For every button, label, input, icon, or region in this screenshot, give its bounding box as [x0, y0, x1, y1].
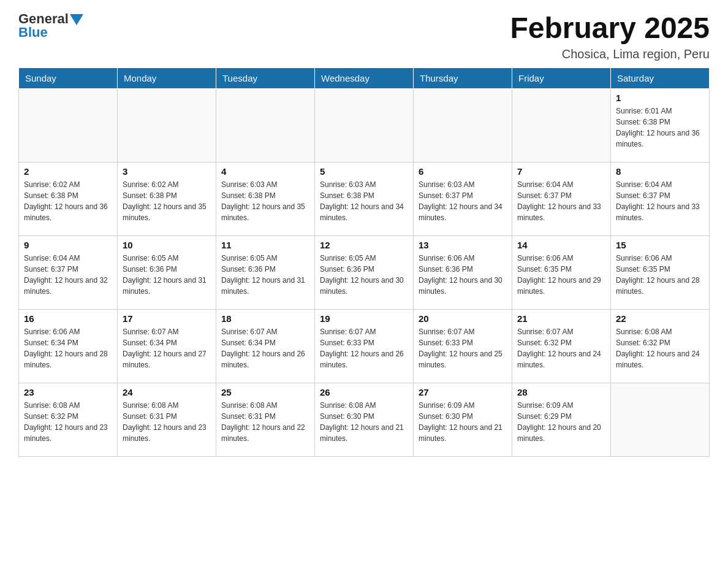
day-number: 22 [616, 313, 704, 324]
day-number: 23 [24, 387, 112, 397]
calendar-body: 1Sunrise: 6:01 AMSunset: 6:38 PMDaylight… [19, 88, 710, 456]
day-number: 28 [517, 387, 605, 397]
day-number: 3 [123, 166, 211, 177]
day-cell: 15Sunrise: 6:06 AMSunset: 6:35 PMDayligh… [611, 236, 710, 309]
day-cell: 12Sunrise: 6:05 AMSunset: 6:36 PMDayligh… [315, 236, 414, 309]
calendar-subtitle: Chosica, Lima region, Peru [510, 47, 710, 61]
day-info: Sunrise: 6:06 AMSunset: 6:34 PMDaylight:… [24, 326, 112, 370]
day-info: Sunrise: 6:04 AMSunset: 6:37 PMDaylight:… [517, 179, 605, 223]
calendar-header: SundayMondayTuesdayWednesdayThursdayFrid… [19, 67, 710, 88]
page-header: General Blue February 2025 Chosica, Lima… [18, 12, 710, 61]
day-cell: 11Sunrise: 6:05 AMSunset: 6:36 PMDayligh… [216, 236, 315, 309]
logo-icon: General Blue [18, 12, 83, 39]
day-info: Sunrise: 6:07 AMSunset: 6:32 PMDaylight:… [517, 326, 605, 370]
day-number: 18 [221, 313, 309, 324]
day-cell: 26Sunrise: 6:08 AMSunset: 6:30 PMDayligh… [315, 383, 414, 456]
day-info: Sunrise: 6:03 AMSunset: 6:38 PMDaylight:… [320, 179, 408, 223]
day-cell [512, 88, 611, 162]
day-info: Sunrise: 6:05 AMSunset: 6:36 PMDaylight:… [221, 253, 309, 297]
day-cell: 24Sunrise: 6:08 AMSunset: 6:31 PMDayligh… [118, 383, 216, 456]
day-cell: 18Sunrise: 6:07 AMSunset: 6:34 PMDayligh… [216, 309, 315, 383]
col-header-wednesday: Wednesday [315, 67, 414, 88]
day-number: 2 [24, 166, 112, 177]
day-cell: 8Sunrise: 6:04 AMSunset: 6:37 PMDaylight… [611, 162, 710, 236]
day-number: 17 [123, 313, 211, 324]
day-cell [315, 88, 414, 162]
day-info: Sunrise: 6:09 AMSunset: 6:29 PMDaylight:… [517, 400, 605, 444]
day-info: Sunrise: 6:06 AMSunset: 6:35 PMDaylight:… [616, 253, 704, 297]
day-cell: 25Sunrise: 6:08 AMSunset: 6:31 PMDayligh… [216, 383, 315, 456]
day-number: 9 [24, 240, 112, 250]
day-number: 11 [221, 240, 309, 250]
day-number: 21 [517, 313, 605, 324]
week-row-2: 2Sunrise: 6:02 AMSunset: 6:38 PMDaylight… [19, 162, 710, 236]
day-cell: 1Sunrise: 6:01 AMSunset: 6:38 PMDaylight… [611, 88, 710, 162]
day-number: 25 [221, 387, 309, 397]
day-cell: 14Sunrise: 6:06 AMSunset: 6:35 PMDayligh… [512, 236, 611, 309]
svg-marker-0 [70, 14, 83, 25]
day-info: Sunrise: 6:08 AMSunset: 6:31 PMDaylight:… [123, 400, 211, 444]
day-cell: 6Sunrise: 6:03 AMSunset: 6:37 PMDaylight… [414, 162, 512, 236]
day-info: Sunrise: 6:07 AMSunset: 6:33 PMDaylight:… [419, 326, 507, 370]
day-number: 24 [123, 387, 211, 397]
day-info: Sunrise: 6:05 AMSunset: 6:36 PMDaylight:… [123, 253, 211, 297]
day-cell [118, 88, 216, 162]
day-number: 20 [419, 313, 507, 324]
title-block: February 2025 Chosica, Lima region, Peru [510, 12, 710, 61]
day-info: Sunrise: 6:03 AMSunset: 6:37 PMDaylight:… [419, 179, 507, 223]
day-cell [19, 88, 118, 162]
day-cell: 7Sunrise: 6:04 AMSunset: 6:37 PMDaylight… [512, 162, 611, 236]
day-info: Sunrise: 6:06 AMSunset: 6:35 PMDaylight:… [517, 253, 605, 297]
day-info: Sunrise: 6:08 AMSunset: 6:32 PMDaylight:… [24, 400, 112, 444]
calendar-table: SundayMondayTuesdayWednesdayThursdayFrid… [18, 67, 710, 457]
col-header-friday: Friday [512, 67, 611, 88]
day-info: Sunrise: 6:09 AMSunset: 6:30 PMDaylight:… [419, 400, 507, 444]
day-info: Sunrise: 6:06 AMSunset: 6:36 PMDaylight:… [419, 253, 507, 297]
day-cell: 19Sunrise: 6:07 AMSunset: 6:33 PMDayligh… [315, 309, 414, 383]
header-row: SundayMondayTuesdayWednesdayThursdayFrid… [19, 67, 710, 88]
day-number: 27 [419, 387, 507, 397]
day-info: Sunrise: 6:08 AMSunset: 6:32 PMDaylight:… [616, 326, 704, 370]
day-cell: 27Sunrise: 6:09 AMSunset: 6:30 PMDayligh… [414, 383, 512, 456]
calendar-title: February 2025 [510, 12, 710, 45]
day-cell: 22Sunrise: 6:08 AMSunset: 6:32 PMDayligh… [611, 309, 710, 383]
logo-general: General [18, 12, 83, 26]
day-cell: 28Sunrise: 6:09 AMSunset: 6:29 PMDayligh… [512, 383, 611, 456]
day-number: 1 [616, 93, 704, 103]
day-info: Sunrise: 6:08 AMSunset: 6:31 PMDaylight:… [221, 400, 309, 444]
day-info: Sunrise: 6:03 AMSunset: 6:38 PMDaylight:… [221, 179, 309, 223]
day-info: Sunrise: 6:02 AMSunset: 6:38 PMDaylight:… [123, 179, 211, 223]
day-cell: 9Sunrise: 6:04 AMSunset: 6:37 PMDaylight… [19, 236, 118, 309]
day-cell: 2Sunrise: 6:02 AMSunset: 6:38 PMDaylight… [19, 162, 118, 236]
day-info: Sunrise: 6:02 AMSunset: 6:38 PMDaylight:… [24, 179, 112, 223]
week-row-1: 1Sunrise: 6:01 AMSunset: 6:38 PMDaylight… [19, 88, 710, 162]
day-number: 6 [419, 166, 507, 177]
day-cell: 3Sunrise: 6:02 AMSunset: 6:38 PMDaylight… [118, 162, 216, 236]
col-header-sunday: Sunday [19, 67, 118, 88]
day-cell: 10Sunrise: 6:05 AMSunset: 6:36 PMDayligh… [118, 236, 216, 309]
day-number: 12 [320, 240, 408, 250]
col-header-thursday: Thursday [414, 67, 512, 88]
day-cell: 13Sunrise: 6:06 AMSunset: 6:36 PMDayligh… [414, 236, 512, 309]
day-cell: 23Sunrise: 6:08 AMSunset: 6:32 PMDayligh… [19, 383, 118, 456]
day-info: Sunrise: 6:04 AMSunset: 6:37 PMDaylight:… [616, 179, 704, 223]
day-cell: 17Sunrise: 6:07 AMSunset: 6:34 PMDayligh… [118, 309, 216, 383]
day-number: 7 [517, 166, 605, 177]
logo: General Blue [18, 12, 83, 39]
day-number: 13 [419, 240, 507, 250]
day-info: Sunrise: 6:07 AMSunset: 6:34 PMDaylight:… [221, 326, 309, 370]
day-number: 26 [320, 387, 408, 397]
day-number: 15 [616, 240, 704, 250]
day-info: Sunrise: 6:04 AMSunset: 6:37 PMDaylight:… [24, 253, 112, 297]
day-cell: 21Sunrise: 6:07 AMSunset: 6:32 PMDayligh… [512, 309, 611, 383]
day-cell: 20Sunrise: 6:07 AMSunset: 6:33 PMDayligh… [414, 309, 512, 383]
day-number: 10 [123, 240, 211, 250]
day-cell [414, 88, 512, 162]
day-info: Sunrise: 6:05 AMSunset: 6:36 PMDaylight:… [320, 253, 408, 297]
week-row-3: 9Sunrise: 6:04 AMSunset: 6:37 PMDaylight… [19, 236, 710, 309]
day-cell [216, 88, 315, 162]
day-info: Sunrise: 6:08 AMSunset: 6:30 PMDaylight:… [320, 400, 408, 444]
logo-blue: Blue [18, 26, 48, 39]
day-cell: 4Sunrise: 6:03 AMSunset: 6:38 PMDaylight… [216, 162, 315, 236]
logo-triangle-icon [70, 14, 83, 25]
